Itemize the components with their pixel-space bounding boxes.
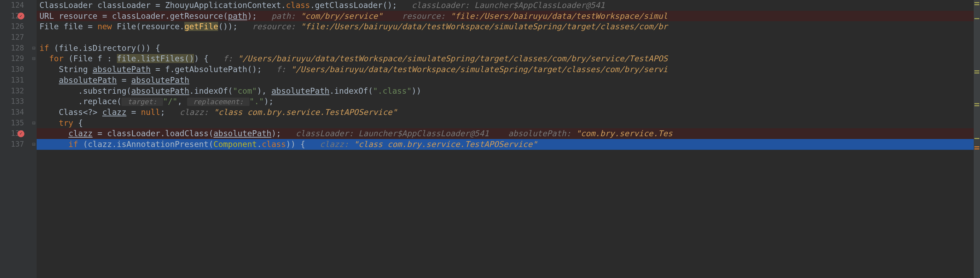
line-number: 135⊟ bbox=[0, 118, 37, 128]
line-number: 136 bbox=[0, 128, 37, 139]
current-execution-line[interactable]: if (clazz.isAnnotationPresent(Component.… bbox=[37, 139, 980, 150]
code-line[interactable]: try { bbox=[37, 118, 980, 128]
line-number: 137⊟ bbox=[0, 139, 37, 150]
code-line[interactable]: clazz = classLoader.loadClass(absolutePa… bbox=[37, 128, 980, 139]
line-number: 125 bbox=[0, 11, 37, 22]
breakpoint-icon[interactable] bbox=[18, 130, 24, 137]
fold-icon[interactable]: ⊟ bbox=[32, 139, 35, 150]
code-content[interactable]: ClassLoader classLoader = ZhouyuApplicat… bbox=[37, 0, 980, 278]
line-number: 124 bbox=[0, 0, 37, 11]
minimap-marker bbox=[974, 105, 979, 106]
line-number: 127 bbox=[0, 32, 37, 43]
code-line[interactable]: for (File f : file.listFiles()) { f: "/U… bbox=[37, 53, 980, 64]
code-line[interactable]: ClassLoader classLoader = ZhouyuApplicat… bbox=[37, 0, 980, 11]
code-line[interactable]: .replace( target: "/", replacement: ".")… bbox=[37, 96, 980, 107]
line-number: 130 bbox=[0, 64, 37, 75]
code-line[interactable]: String absolutePath = f.getAbsolutePath(… bbox=[37, 64, 980, 75]
minimap-scrollbar[interactable] bbox=[974, 0, 980, 278]
fold-icon[interactable]: ⊟ bbox=[32, 43, 35, 54]
code-editor[interactable]: 124 125 126 127 128⊟ 129⊟ 130 131 132 13… bbox=[0, 0, 980, 278]
minimap-marker bbox=[974, 4, 979, 5]
fold-icon[interactable]: ⊟ bbox=[32, 53, 35, 64]
code-line[interactable]: Class<?> clazz = null; clazz: "class com… bbox=[37, 107, 980, 118]
line-number: 129⊟ bbox=[0, 53, 37, 64]
line-number: 133 bbox=[0, 96, 37, 107]
code-line[interactable]: absolutePath = absolutePath bbox=[37, 75, 980, 86]
minimap-marker bbox=[974, 146, 979, 147]
minimap-marker bbox=[974, 2, 979, 3]
fold-icon[interactable]: ⊟ bbox=[32, 118, 35, 128]
code-line[interactable]: URL resource = classLoader.getResource(p… bbox=[37, 11, 980, 22]
line-number: 132 bbox=[0, 86, 37, 96]
minimap-marker bbox=[974, 148, 979, 150]
minimap-marker bbox=[974, 138, 979, 139]
code-line[interactable] bbox=[37, 32, 980, 43]
minimap-marker bbox=[974, 18, 979, 19]
line-number: 128⊟ bbox=[0, 43, 37, 54]
minimap-marker bbox=[974, 73, 979, 74]
line-number: 134 bbox=[0, 107, 37, 118]
line-number: 131 bbox=[0, 75, 37, 86]
minimap-marker bbox=[974, 70, 979, 71]
code-line[interactable]: File file = new File(resource.getFile())… bbox=[37, 21, 980, 32]
code-line[interactable]: .substring(absolutePath.indexOf("com"), … bbox=[37, 86, 980, 96]
code-line[interactable]: if (file.isDirectory()) { bbox=[37, 43, 980, 54]
gutter: 124 125 126 127 128⊟ 129⊟ 130 131 132 13… bbox=[0, 0, 37, 278]
line-number: 126 bbox=[0, 21, 37, 32]
minimap-marker bbox=[974, 103, 979, 104]
breakpoint-icon[interactable] bbox=[18, 13, 24, 19]
